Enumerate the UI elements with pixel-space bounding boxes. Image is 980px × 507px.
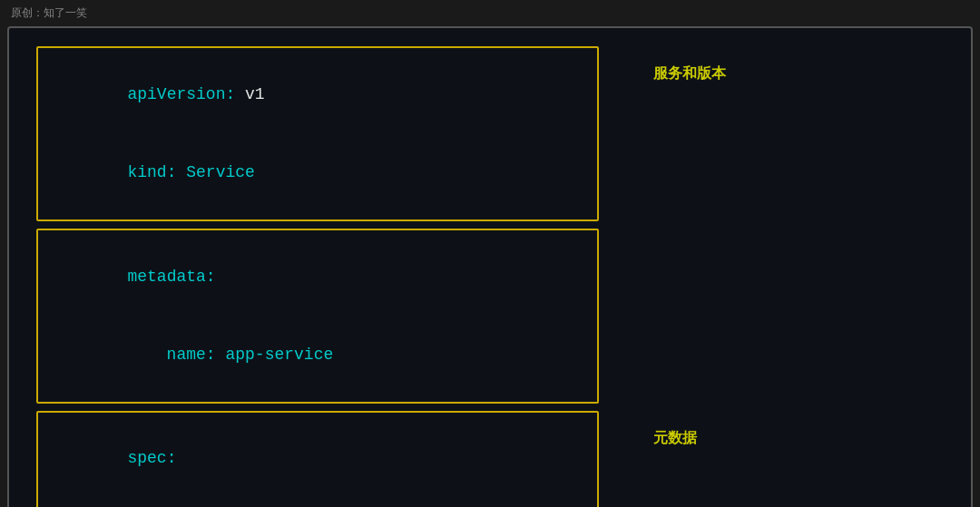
annotation-metadata-text: 元数据 [653, 429, 697, 448]
key-name: name: [147, 346, 216, 364]
line-name: name: app-service [49, 316, 586, 394]
annotations-section: 服务和版本 元数据 Pod选择器 端口和协议 [599, 46, 944, 507]
val-apiversion: v1 [235, 85, 264, 103]
block-spec: spec: selector: app: auto-serve [36, 411, 599, 507]
annotation-api: 服务和版本 [653, 55, 944, 314]
line-metadata: metadata: [49, 238, 586, 316]
key-kind: kind: [127, 163, 176, 181]
line-kind: kind: Service [49, 133, 586, 211]
line-selector: selector: [49, 498, 586, 507]
key-metadata: metadata: [127, 268, 215, 286]
val-name: app-service [216, 346, 334, 364]
val-kind: Service [176, 163, 254, 181]
annotation-api-text: 服务和版本 [653, 64, 726, 83]
block-metadata: metadata: name: app-service [36, 229, 599, 404]
line-spec: spec: [49, 420, 586, 498]
code-section: apiVersion: v1 kind: Service metadata: n… [36, 46, 599, 507]
watermark: 原创：知了一笑 [0, 0, 980, 26]
block-api-kind: apiVersion: v1 kind: Service [36, 46, 599, 221]
key-apiversion: apiVersion: [127, 85, 235, 103]
key-spec: spec: [127, 449, 176, 467]
annotation-metadata: 元数据 [653, 314, 944, 507]
main-container: apiVersion: v1 kind: Service metadata: n… [7, 26, 973, 507]
line-apiversion: apiVersion: v1 [49, 55, 586, 133]
